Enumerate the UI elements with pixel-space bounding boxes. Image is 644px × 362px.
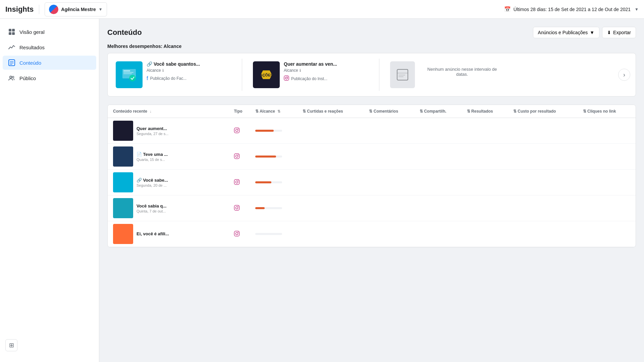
row-date: Segunda, 27 de s... bbox=[137, 132, 168, 136]
sort-icon: ⇅ bbox=[420, 109, 423, 114]
sidebar-item-resultados[interactable]: Resultados bbox=[3, 40, 96, 54]
col-curtidas[interactable]: ⇅ Curtidas e reações bbox=[299, 105, 366, 118]
col-alcance[interactable]: ⇅ Alcance ⇅ bbox=[252, 105, 299, 118]
performer-card-1[interactable]: 🔗 Você sabe quantos... Alcance ℹ f Publi… bbox=[113, 59, 234, 91]
cell-alcance-0 bbox=[252, 118, 299, 144]
performers-row: 🔗 Você sabe quantos... Alcance ℹ f Publi… bbox=[107, 53, 636, 97]
cell-cliques-4 bbox=[580, 221, 636, 247]
sort-icon: ⇅ bbox=[303, 109, 306, 114]
cell-cliques-0 bbox=[580, 118, 636, 144]
svg-point-24 bbox=[238, 129, 238, 129]
cell-content-2: 🔗 Você sabe... Segunda, 20 de ... bbox=[108, 170, 230, 195]
cell-compartilhamentos-4 bbox=[416, 221, 464, 247]
content-icon bbox=[8, 59, 15, 66]
col-conteudo[interactable]: Conteúdo recente ↓ bbox=[108, 105, 230, 118]
account-name: Agência Mestre bbox=[61, 7, 96, 12]
performer-card-2[interactable]: AÇÕES Quer aumentar as ven... Alcance ℹ bbox=[250, 59, 371, 91]
svg-point-5 bbox=[10, 76, 12, 78]
bar-cell bbox=[255, 233, 296, 235]
bar-cell bbox=[255, 181, 296, 183]
recent-content-table: Conteúdo recente ↓ Tipo ⇅ Alcance ⇅ bbox=[108, 105, 636, 247]
content-type-dropdown[interactable]: Anúncios e Publicações ▼ bbox=[533, 27, 600, 38]
sort-icon: ⇅ bbox=[277, 109, 280, 113]
cell-comentarios-1 bbox=[366, 144, 416, 170]
cell-cliques-2 bbox=[580, 170, 636, 195]
col-cliques[interactable]: ⇅ Cliques no link bbox=[580, 105, 636, 118]
cell-curtidas-0 bbox=[299, 118, 366, 144]
performer-thumb-3 bbox=[390, 61, 415, 88]
overview-icon bbox=[8, 28, 15, 36]
date-chevron-icon: ▼ bbox=[635, 7, 639, 12]
svg-point-26 bbox=[236, 155, 238, 157]
sort-icon: ↓ bbox=[150, 109, 152, 113]
cell-compartilhamentos-1 bbox=[416, 144, 464, 170]
sidebar-item-label: Conteúdo bbox=[19, 60, 41, 66]
cell-compartilhamentos-2 bbox=[416, 170, 464, 195]
bar-fill bbox=[255, 181, 271, 183]
sidebar-item-visao-geral[interactable]: Visão geral bbox=[3, 25, 96, 39]
instagram-icon bbox=[234, 181, 240, 186]
calendar-icon: 📅 bbox=[504, 6, 511, 12]
performer-info-2: Quer aumentar as ven... Alcance ℹ bbox=[284, 61, 368, 82]
col-resultados[interactable]: ⇅ Resultados bbox=[464, 105, 510, 118]
cell-curtidas-1 bbox=[299, 144, 366, 170]
cell-custo-1 bbox=[510, 144, 580, 170]
cell-cliques-3 bbox=[580, 195, 636, 221]
bar-background bbox=[255, 207, 282, 209]
sidebar-item-label: Resultados bbox=[19, 45, 45, 50]
export-label: Exportar bbox=[613, 30, 631, 35]
performers-next-button[interactable]: › bbox=[618, 69, 630, 81]
cell-curtidas-2 bbox=[299, 170, 366, 195]
performers-nav: › bbox=[618, 59, 630, 91]
sidebar-table-toggle[interactable]: ⊞ bbox=[5, 339, 17, 351]
date-range[interactable]: 📅 Últimos 28 dias: 15 de Set de 2021 a 1… bbox=[504, 6, 639, 12]
main-layout: Visão geral Resultados Conteúdo bbox=[0, 19, 644, 362]
best-performers-label: Melhores desempenhos: Alcance bbox=[107, 44, 636, 49]
row-name: 🔗 Você sabe... bbox=[137, 178, 168, 183]
performer-thumb-2: AÇÕES bbox=[253, 61, 280, 88]
avatar bbox=[49, 5, 58, 14]
performer-platform-2: Publicação do Inst... bbox=[284, 75, 368, 82]
cell-alcance-1 bbox=[252, 144, 299, 170]
svg-point-36 bbox=[238, 232, 238, 233]
sidebar-item-label: Visão geral bbox=[19, 29, 45, 35]
bar-background bbox=[255, 156, 282, 158]
svg-rect-3 bbox=[12, 32, 15, 35]
sidebar-item-conteudo[interactable]: Conteúdo bbox=[3, 56, 96, 70]
bar-fill bbox=[255, 130, 274, 132]
table-row: 🔗 Você sabe... Segunda, 20 de ... bbox=[108, 170, 636, 195]
bar-background bbox=[255, 233, 282, 235]
col-comentarios[interactable]: ⇅ Comentários bbox=[366, 105, 416, 118]
cell-content-3: Você sabia q... Quinta, 7 de out... bbox=[108, 195, 230, 221]
cell-alcance-2 bbox=[252, 170, 299, 195]
svg-point-6 bbox=[12, 76, 14, 78]
instagram-icon bbox=[234, 207, 240, 212]
instagram-icon bbox=[284, 75, 289, 82]
content-table: Conteúdo recente ↓ Tipo ⇅ Alcance ⇅ bbox=[107, 105, 636, 247]
audience-icon bbox=[8, 74, 15, 82]
table-row: Quer aument... Segunda, 27 de s... bbox=[108, 118, 636, 144]
cell-tipo-0 bbox=[230, 118, 252, 144]
svg-rect-31 bbox=[234, 205, 239, 210]
cell-custo-0 bbox=[510, 118, 580, 144]
col-custo[interactable]: ⇅ Custo por resultado bbox=[510, 105, 580, 118]
row-thumb bbox=[113, 224, 133, 244]
performer-metric-1: Alcance ℹ bbox=[147, 68, 231, 73]
cell-tipo-3 bbox=[230, 195, 252, 221]
svg-rect-22 bbox=[234, 128, 239, 133]
avatar-image bbox=[49, 5, 58, 14]
cell-custo-4 bbox=[510, 221, 580, 247]
cell-comentarios-0 bbox=[366, 118, 416, 144]
cell-tipo-1 bbox=[230, 144, 252, 170]
svg-point-27 bbox=[238, 155, 238, 155]
export-button[interactable]: ⬇ Exportar bbox=[602, 27, 636, 38]
header-actions: Anúncios e Publicações ▼ ⬇ Exportar bbox=[533, 27, 636, 38]
no-ads: Nenhum anúncio nesse intervalo de datas. bbox=[419, 61, 505, 82]
bar-fill bbox=[255, 207, 265, 209]
col-compartilhamentos[interactable]: ⇅ Compartilh. bbox=[416, 105, 464, 118]
info-icon: ℹ bbox=[162, 68, 164, 73]
separator-2 bbox=[379, 59, 379, 91]
sidebar-item-publico[interactable]: Público bbox=[3, 71, 96, 85]
svg-rect-8 bbox=[123, 70, 130, 71]
account-selector[interactable]: Agência Mestre ▼ bbox=[45, 2, 107, 16]
